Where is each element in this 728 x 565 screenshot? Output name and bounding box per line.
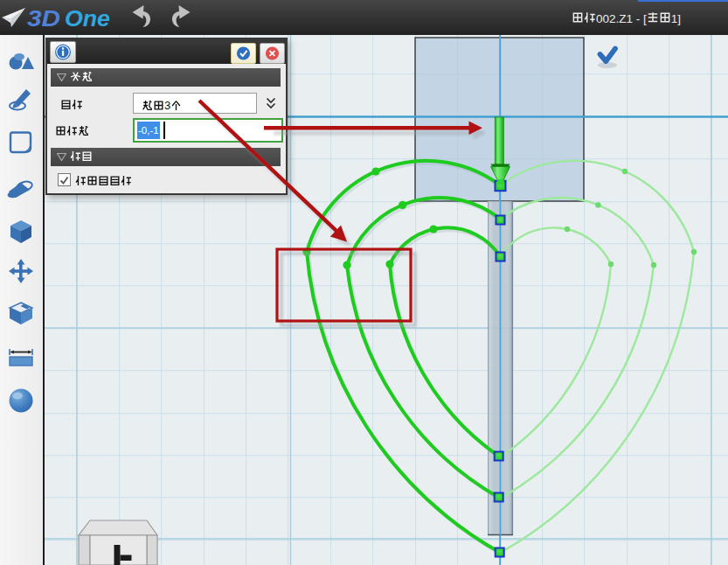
svg-text:One: One [65,5,110,31]
svg-text:3D: 3D [27,5,60,31]
